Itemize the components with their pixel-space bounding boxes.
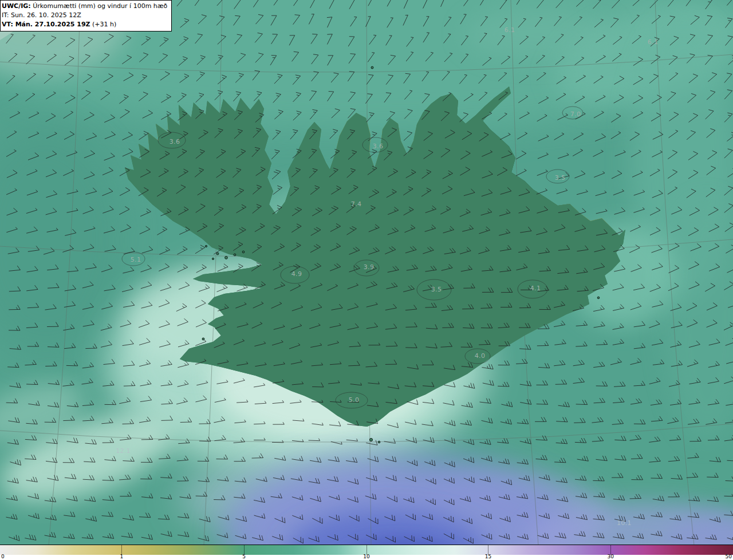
valid-time-line: VT: Mán. 27.10.2025 19Z (+31 h)	[2, 20, 167, 29]
weather-map-screen: 6.16.17.03.63.63.57.45.14.93.93.54.14.05…	[0, 0, 733, 560]
colorbar-tick-label: 15	[485, 554, 491, 559]
model-name: UWC/IG:	[2, 2, 31, 10]
colorbar-tick-label: 1	[120, 554, 124, 559]
colorbar-tick-label: 30	[608, 554, 614, 559]
precipitation-wind-map	[0, 0, 733, 545]
init-time: IT: Sun. 26. 10. 2025 12Z	[2, 11, 167, 20]
lead-time: (+31 h)	[90, 21, 117, 28]
precipitation-colorbar: 01510153050	[0, 545, 733, 560]
forecast-info-box: UWC/IG: Úrkomumætti (mm) og vindur í 100…	[0, 0, 172, 31]
valid-time: VT: Mán. 27.10.2025 19Z	[2, 21, 90, 28]
colorbar-tick-labels: 01510153050	[0, 555, 733, 560]
map-title: Úrkomumætti (mm) og vindur í 100m hæð	[31, 2, 168, 10]
map-title-line: UWC/IG: Úrkomumætti (mm) og vindur í 100…	[2, 2, 167, 11]
colorbar-tick-label: 0	[1, 554, 5, 559]
colorbar-tick-label: 10	[363, 554, 369, 559]
colorbar-tick-label: 50	[726, 554, 732, 559]
colorbar-tick-label: 5	[242, 554, 246, 559]
